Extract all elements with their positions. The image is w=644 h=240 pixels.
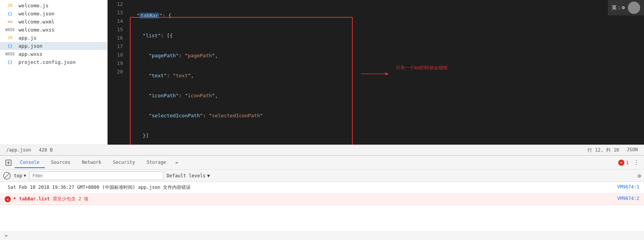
wxss-icon: WXSS [5,52,15,56]
file-name: welcome.json [18,11,55,17]
top-right-label: 英；⚙ [612,4,625,11]
context-label: top [14,173,22,178]
error-suffix: 需至少包含 2 项 [53,196,89,202]
json-icon: {} [5,60,15,65]
file-path: /app.json [6,147,31,153]
file-item-welcome-json[interactable]: {} welcome.json [0,10,107,18]
levels-arrow: ▼ [207,173,210,178]
file-item-project-config[interactable]: {} project.config.json [0,58,107,66]
message-source-2[interactable]: VM9674:2 [617,196,639,201]
console-messages: Sat Feb 10 2018 19:36:27 GMT+0800 (中国标准时… [0,182,644,231]
context-selector[interactable]: top ▼ [14,173,26,178]
message-source-1[interactable]: VM9674:1 [617,184,639,190]
devtools-panel: Console Sources Network Security Storage… [0,155,644,240]
file-item-app-wxss[interactable]: WXSS app.wxss [0,50,107,58]
error-count: 1 [626,160,629,165]
tab-console[interactable]: Console [15,157,45,168]
console-message-2: ✕ ▶ tabBar.list 需至少包含 2 项 VM9674:2 [0,193,644,205]
devtools-inspect-icon[interactable] [3,157,14,168]
wxml-icon: <> [5,19,15,24]
more-tabs-button[interactable]: » [172,158,181,167]
file-item-app-js[interactable]: JS app.js [0,34,107,42]
tab-security[interactable]: Security [108,157,141,168]
file-item-app-json[interactable]: {} app.json [0,42,107,50]
code-lines: "tabBar": { "list": [{ "pagePath": "page… [127,0,644,145]
file-name: app.wxss [18,51,43,57]
json-icon: {} [5,43,15,48]
avatar [628,2,640,14]
js-icon: JS [5,35,15,40]
prompt-symbol: > [5,233,8,238]
filter-input[interactable] [29,172,164,180]
file-name: app.js [18,35,37,41]
status-bar: /app.json 428 B 行 12, 列 10 JSON [0,145,644,155]
devtools-menu-button[interactable]: ⋮ [632,157,641,168]
error-expand-icon[interactable]: ▶ [14,196,16,200]
wxss-icon: WXSS [5,28,15,32]
tab-sources[interactable]: Sources [46,157,76,168]
cursor-position: 行 12, 列 10 [588,147,619,153]
tab-storage[interactable]: Storage [141,157,172,168]
context-dropdown-arrow: ▼ [24,173,26,178]
tab-network[interactable]: Network [76,157,107,168]
file-item-welcome-js[interactable]: JS welcome.js [0,2,107,10]
file-size: 428 B [39,147,53,153]
top-right-panel: 英；⚙ [608,0,644,15]
file-name: project.config.json [18,59,76,65]
file-name: welcome.wxss [18,27,55,33]
file-tree: JS welcome.js {} welcome.json <> welcome… [0,0,108,145]
levels-label: Default levels [167,173,206,178]
console-prompt: > [0,231,644,240]
line-numbers: 12 13 14 15 16 17 18 19 20 [108,0,127,145]
file-name: app.json [18,43,43,49]
error-prefix: tabBar.list [19,196,50,202]
clear-console-button[interactable] [3,172,11,180]
js-icon: JS [5,3,15,8]
console-message-1: Sat Feb 10 2018 19:36:27 GMT+0800 (中国标准时… [0,182,644,193]
error-message-content: tabBar.list 需至少包含 2 项 [19,196,614,202]
console-toolbar: top ▼ Default levels ▼ ⚙ [0,170,644,182]
error-badge: ✕ 1 [618,160,629,166]
error-dot: ✕ [618,160,624,166]
message-text: Sat Feb 10 2018 19:36:27 GMT+0800 (中国标准时… [8,184,614,191]
error-icon: ✕ [5,196,11,202]
file-name: welcome.wxml [18,19,55,25]
settings-icon[interactable]: ⚙ [638,173,641,179]
code-editor[interactable]: 12 13 14 15 16 17 18 19 20 "tabBar": { "… [108,0,644,145]
code-editor-container: 12 13 14 15 16 17 18 19 20 "tabBar": { "… [108,0,644,145]
devtools-tabs: Console Sources Network Security Storage… [0,156,644,170]
file-name: welcome.js [18,3,48,8]
file-type: JSON [627,147,638,153]
file-item-welcome-wxss[interactable]: WXSS welcome.wxss [0,26,107,34]
file-item-welcome-wxml[interactable]: <> welcome.wxml [0,18,107,26]
levels-button[interactable]: Default levels ▼ [167,173,210,178]
json-icon: {} [5,11,15,16]
devtools-right: ✕ 1 ⋮ [618,157,641,168]
